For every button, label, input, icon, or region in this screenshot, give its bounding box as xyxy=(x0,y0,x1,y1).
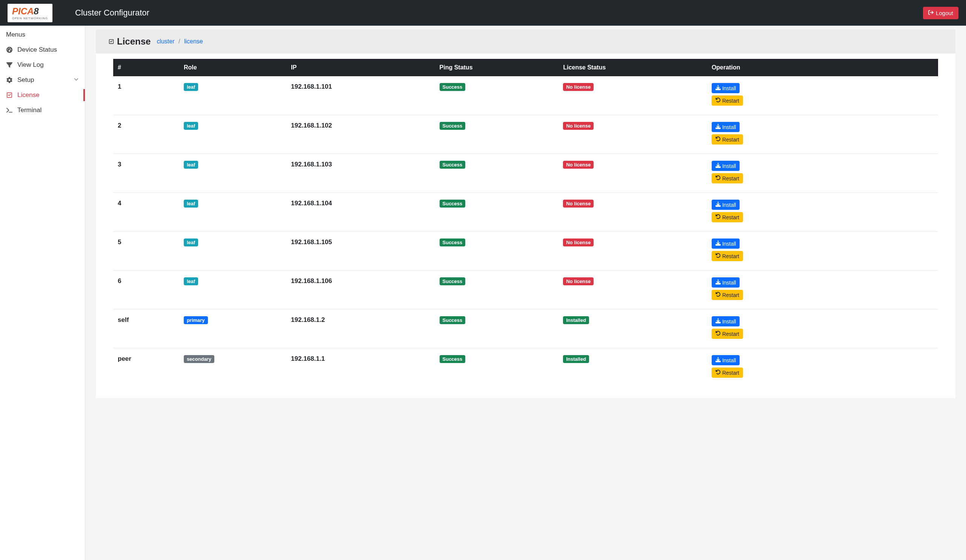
cell-ping: Success xyxy=(435,309,559,348)
cell-license: No license xyxy=(559,154,707,193)
cell-operation: Install Restart xyxy=(707,348,938,387)
cell-ping: Success xyxy=(435,271,559,309)
cell-operation: Install Restart xyxy=(707,115,938,154)
install-button[interactable]: Install xyxy=(712,355,740,365)
role-badge: primary xyxy=(184,316,208,324)
cell-ping: Success xyxy=(435,348,559,387)
cell-num: 3 xyxy=(113,154,179,193)
role-badge: leaf xyxy=(184,83,198,91)
col-num: # xyxy=(113,59,179,76)
restart-icon xyxy=(715,253,721,259)
cell-ping: Success xyxy=(435,154,559,193)
license-badge: No license xyxy=(563,200,593,207)
role-badge: secondary xyxy=(184,355,214,363)
install-button[interactable]: Install xyxy=(712,83,740,93)
page-title-text: License xyxy=(117,36,151,47)
download-icon xyxy=(715,124,721,130)
restart-button[interactable]: Restart xyxy=(712,251,743,261)
license-table: # Role IP Ping Status License Status Ope… xyxy=(113,59,938,387)
cell-operation: Install Restart xyxy=(707,76,938,115)
restart-button[interactable]: Restart xyxy=(712,173,743,183)
restart-icon xyxy=(715,97,721,104)
role-badge: leaf xyxy=(184,278,198,285)
cell-ip: 192.168.1.101 xyxy=(286,76,435,115)
restart-button[interactable]: Restart xyxy=(712,95,743,106)
breadcrumb-license[interactable]: license xyxy=(184,38,203,44)
ping-badge: Success xyxy=(440,278,466,285)
table-row: 6leaf192.168.1.106SuccessNo license Inst… xyxy=(113,271,938,309)
install-button[interactable]: Install xyxy=(712,122,740,132)
download-icon xyxy=(715,279,721,286)
sidebar-item-label: Setup xyxy=(17,76,34,84)
page-header: License cluster / license xyxy=(96,30,955,54)
restart-button[interactable]: Restart xyxy=(712,329,743,339)
ping-badge: Success xyxy=(440,200,466,207)
sidebar-item-label: Device Status xyxy=(17,46,57,54)
cell-role: leaf xyxy=(179,115,286,154)
restart-button[interactable]: Restart xyxy=(712,368,743,378)
sidebar-item-view-log[interactable]: View Log xyxy=(0,57,85,72)
ping-badge: Success xyxy=(440,238,466,246)
cell-license: No license xyxy=(559,76,707,115)
logo[interactable]: PICA8 OPEN NETWORKING xyxy=(8,4,53,22)
sidebar: Menus Device StatusView LogSetupLicenseT… xyxy=(0,26,85,560)
cell-license: No license xyxy=(559,232,707,271)
install-button[interactable]: Install xyxy=(712,238,740,249)
cell-ping: Success xyxy=(435,76,559,115)
license-badge: No license xyxy=(563,161,593,169)
col-license: License Status xyxy=(559,59,707,76)
main-content: License cluster / license # Role IP Ping… xyxy=(85,26,966,560)
logout-button[interactable]: Logout xyxy=(923,7,958,19)
table-row: 4leaf192.168.1.104SuccessNo license Inst… xyxy=(113,193,938,232)
sidebar-item-setup[interactable]: Setup xyxy=(0,72,85,87)
license-badge: Installed xyxy=(563,316,589,324)
install-button[interactable]: Install xyxy=(712,200,740,210)
cell-ping: Success xyxy=(435,232,559,271)
table-row: peersecondary192.168.1.1SuccessInstalled… xyxy=(113,348,938,387)
download-icon xyxy=(715,318,721,325)
restart-button[interactable]: Restart xyxy=(712,134,743,145)
cell-operation: Install Restart xyxy=(707,271,938,309)
sidebar-item-terminal[interactable]: Terminal xyxy=(0,103,85,118)
cell-operation: Install Restart xyxy=(707,309,938,348)
download-icon xyxy=(715,202,721,208)
logout-label: Logout xyxy=(936,10,953,16)
breadcrumb-separator: / xyxy=(179,38,180,44)
cell-num: 5 xyxy=(113,232,179,271)
license-badge: No license xyxy=(563,122,593,130)
gear-icon xyxy=(6,77,13,83)
page-title: License xyxy=(109,36,151,47)
install-button[interactable]: Install xyxy=(712,278,740,287)
table-row: 1leaf192.168.1.101SuccessNo license Inst… xyxy=(113,76,938,115)
cell-license: No license xyxy=(559,271,707,309)
install-button[interactable]: Install xyxy=(712,316,740,327)
cell-operation: Install Restart xyxy=(707,232,938,271)
download-icon xyxy=(715,85,721,91)
check-icon xyxy=(6,92,13,98)
cell-license: Installed xyxy=(559,348,707,387)
logo-subtitle: OPEN NETWORKING xyxy=(12,16,48,20)
role-badge: leaf xyxy=(184,161,198,169)
cell-num: 4 xyxy=(113,193,179,232)
cell-license: Installed xyxy=(559,309,707,348)
chevron-down-icon xyxy=(74,76,79,84)
col-operation: Operation xyxy=(707,59,938,76)
breadcrumb-cluster[interactable]: cluster xyxy=(157,38,174,44)
sidebar-item-device-status[interactable]: Device Status xyxy=(0,42,85,57)
restart-icon xyxy=(715,175,721,182)
ping-badge: Success xyxy=(440,161,466,169)
cell-num: 1 xyxy=(113,76,179,115)
ping-badge: Success xyxy=(440,83,466,91)
col-ip: IP xyxy=(286,59,435,76)
cell-role: primary xyxy=(179,309,286,348)
cell-num: peer xyxy=(113,348,179,387)
restart-icon xyxy=(715,330,721,337)
cell-role: leaf xyxy=(179,232,286,271)
install-button[interactable]: Install xyxy=(712,161,740,171)
restart-button[interactable]: Restart xyxy=(712,212,743,222)
restart-button[interactable]: Restart xyxy=(712,290,743,300)
sidebar-item-license[interactable]: License xyxy=(0,87,85,103)
table-row: 2leaf192.168.1.102SuccessNo license Inst… xyxy=(113,115,938,154)
cell-ping: Success xyxy=(435,193,559,232)
breadcrumb: cluster / license xyxy=(157,38,203,45)
